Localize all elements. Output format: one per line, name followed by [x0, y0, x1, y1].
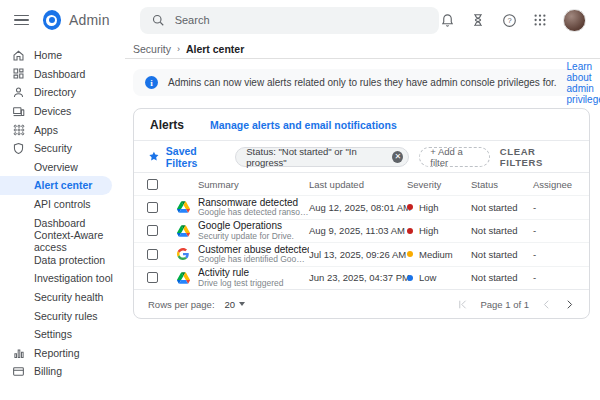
column-header-severity[interactable]: Severity	[407, 179, 471, 190]
assignee-cell: -	[533, 225, 579, 236]
rows-per-page-select[interactable]: 20	[225, 299, 246, 310]
sidebar-item-apps[interactable]: Apps	[0, 120, 125, 139]
sidebar-item-settings[interactable]: Settings	[0, 325, 125, 344]
rows-per-page-label: Rows per page:	[148, 299, 215, 310]
sidebar-item-label: API controls	[34, 198, 91, 210]
alert-summary[interactable]: Ransomware detected Google has detected …	[198, 197, 309, 218]
sidebar-item-directory[interactable]: Directory	[0, 83, 125, 102]
last-updated-cell: Jul 13, 2025, 09:26 AM	[309, 249, 407, 260]
billing-card-icon	[12, 365, 25, 378]
google-drive-icon	[168, 201, 198, 213]
severity-label: Medium	[419, 249, 453, 260]
notifications-bell-icon[interactable]	[439, 12, 455, 28]
previous-page-icon[interactable]	[541, 299, 552, 310]
column-header-last-updated[interactable]: Last updated	[309, 179, 407, 190]
menu-icon[interactable]	[14, 15, 29, 26]
search-input[interactable]: Search	[140, 7, 439, 34]
assignee-cell: -	[533, 249, 579, 260]
star-icon	[148, 150, 160, 163]
row-checkbox[interactable]	[147, 225, 158, 236]
search-icon	[150, 12, 166, 28]
sidebar-item-label: Home	[34, 49, 62, 61]
alert-summary[interactable]: Activity rule Drive log test triggered	[198, 267, 309, 288]
severity-dot	[407, 251, 413, 257]
table-row[interactable]: Google Operations Security update for Dr…	[134, 219, 589, 243]
alert-subtitle: Google has identified Google Drive conte…	[198, 255, 309, 265]
add-filter-label: + Add a filter	[430, 146, 479, 168]
tasks-hourglass-icon[interactable]	[470, 12, 486, 28]
home-icon	[12, 49, 25, 62]
sidebar-item-home[interactable]: Home	[0, 46, 125, 65]
sidebar-item-label: Dashboard	[34, 68, 85, 80]
sidebar-item-api-controls[interactable]: API controls	[0, 195, 125, 214]
add-filter-button[interactable]: + Add a filter	[419, 147, 490, 167]
severity-cell: High	[407, 225, 471, 236]
row-checkbox[interactable]	[147, 272, 158, 283]
clear-filters-button[interactable]: CLEAR FILTERS	[500, 146, 575, 168]
sidebar-item-billing[interactable]: Billing	[0, 362, 125, 381]
severity-label: High	[419, 202, 439, 213]
next-page-icon[interactable]	[564, 299, 575, 310]
status-cell: Not started	[471, 225, 533, 236]
alerts-card: Alerts Manage alerts and email notificat…	[133, 108, 590, 319]
column-header-assignee[interactable]: Assignee	[533, 179, 579, 190]
breadcrumb-security[interactable]: Security	[133, 43, 171, 55]
help-icon[interactable]: ?	[501, 12, 517, 28]
manage-alerts-link[interactable]: Manage alerts and email notifications	[210, 119, 397, 131]
column-header-status[interactable]: Status	[471, 179, 533, 190]
learn-about-admin-privileges-link[interactable]: Learn about admin privileges	[567, 61, 600, 105]
sidebar-item-label: Investigation tool	[34, 272, 113, 284]
sidebar-item-security-health[interactable]: Security health	[0, 288, 125, 307]
last-updated-cell: Aug 12, 2025, 08:01 AM	[309, 202, 407, 213]
table-row[interactable]: Activity rule Drive log test triggered J…	[134, 266, 589, 290]
last-updated-cell: Aug 9, 2025, 11:03 AM	[309, 225, 407, 236]
severity-label: Low	[419, 272, 436, 283]
alert-title: Ransomware detected	[198, 197, 309, 209]
chevron-down-icon	[239, 302, 245, 306]
column-header-summary[interactable]: Summary	[198, 179, 309, 190]
breadcrumb: Security › Alert center	[125, 40, 600, 59]
table-row[interactable]: Ransomware detected Google has detected …	[134, 195, 589, 219]
google-drive-icon	[168, 272, 198, 284]
sidebar-item-label: Apps	[34, 124, 58, 136]
sidebar-item-security[interactable]: Security	[0, 139, 125, 158]
table-header-row: Summary Last updated Severity Status Ass…	[134, 172, 589, 195]
status-filter-chip[interactable]: Status: "Not started" or "In progress" ✕	[235, 147, 409, 167]
first-page-icon[interactable]	[457, 299, 468, 310]
alert-subtitle: Google has detected ransomware, and fil.…	[198, 208, 309, 218]
apps-grid-icon[interactable]	[532, 12, 548, 28]
sidebar-item-security-rules[interactable]: Security rules	[0, 306, 125, 325]
sidebar-item-data-protection[interactable]: Data protection	[0, 251, 125, 270]
sidebar-item-label: Devices	[34, 105, 71, 117]
sidebar-item-label: Settings	[34, 328, 72, 340]
search-placeholder: Search	[175, 14, 210, 26]
svg-text:?: ?	[507, 16, 511, 25]
row-checkbox[interactable]	[147, 249, 158, 260]
select-all-checkbox[interactable]	[147, 179, 158, 190]
saved-filters-label: Saved Filters	[166, 145, 225, 169]
sidebar-item-overview[interactable]: Overview	[0, 158, 125, 177]
remove-filter-icon[interactable]: ✕	[392, 151, 403, 163]
saved-filters-button[interactable]: Saved Filters	[148, 145, 225, 169]
sidebar-item-context-aware-access[interactable]: Context-Aware access	[0, 232, 125, 251]
page-indicator: Page 1 of 1	[480, 299, 529, 310]
alert-summary[interactable]: Customer abuse detected Google has ident…	[198, 244, 309, 265]
security-shield-icon	[12, 142, 25, 155]
sidebar-item-label: Reporting	[34, 347, 80, 359]
sidebar-item-alert-center[interactable]: Alert center	[0, 176, 112, 195]
directory-person-icon	[12, 86, 25, 99]
table-row[interactable]: Customer abuse detected Google has ident…	[134, 242, 589, 266]
sidebar-item-dashboard[interactable]: Dashboard	[0, 65, 125, 84]
avatar[interactable]	[563, 9, 586, 32]
sidebar-item-label: Alert center	[34, 179, 92, 191]
alert-subtitle: Drive log test triggered	[198, 279, 309, 289]
sidebar-item-investigation-tool[interactable]: Investigation tool	[0, 269, 125, 288]
sidebar-item-devices[interactable]: Devices	[0, 102, 125, 121]
row-checkbox[interactable]	[147, 202, 158, 213]
apps-grid-icon	[12, 123, 25, 136]
devices-icon	[12, 105, 25, 118]
sidebar-item-reporting[interactable]: Reporting	[0, 344, 125, 363]
google-drive-icon	[168, 225, 198, 237]
severity-cell: Medium	[407, 249, 471, 260]
alert-summary[interactable]: Google Operations Security update for Dr…	[198, 220, 309, 241]
